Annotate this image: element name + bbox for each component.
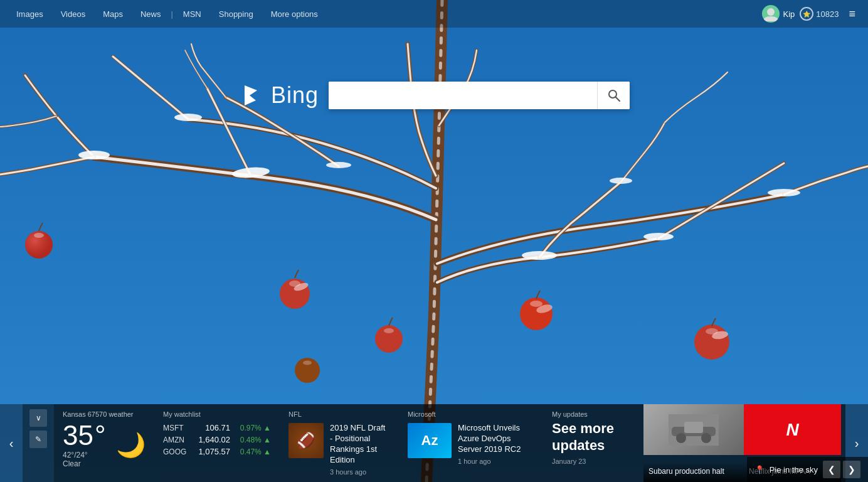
points-value: 10823 bbox=[816, 9, 839, 19]
weather-inner: 35° 42°/24° Clear 🌙 bbox=[63, 422, 146, 468]
watchlist-title: My watchlist bbox=[163, 410, 271, 418]
stock-price-0: 106.71 bbox=[189, 423, 230, 432]
nav-link-msn[interactable]: MSN bbox=[174, 0, 210, 28]
watchlist-row-1: AMZN 1,640.02 0.48% bbox=[163, 435, 271, 444]
watchlist-row-2: GOOG 1,075.57 0.47% bbox=[163, 447, 271, 456]
subaru-title: Subaru production halt bbox=[648, 467, 739, 477]
avatar bbox=[762, 5, 780, 23]
updates-title: My updates bbox=[552, 410, 635, 418]
subaru-overlay: Subaru production halt bbox=[643, 462, 744, 482]
weather-temperature: 35° bbox=[63, 422, 106, 449]
nav-links: Images Videos Maps News | MSN Shopping M… bbox=[8, 0, 762, 28]
microsoft-category: Microsoft bbox=[408, 410, 534, 418]
nav-points[interactable]: ⭐ 10823 bbox=[800, 7, 839, 21]
location-next-button[interactable]: ❯ bbox=[843, 461, 860, 478]
microsoft-card[interactable]: Microsoft Az Microsoft Unveils Azure Dev… bbox=[399, 404, 543, 482]
edit-button[interactable]: ✎ bbox=[29, 431, 47, 448]
widget-controls-card: ∨ ✎ bbox=[23, 404, 54, 482]
weather-location: Kansas 67570 weather bbox=[63, 410, 146, 418]
nav-user[interactable]: Kip bbox=[762, 5, 795, 23]
nav-right: Kip ⭐ 10823 ≡ bbox=[762, 5, 860, 23]
subaru-news-card[interactable]: Subaru production halt bbox=[643, 404, 744, 482]
svg-point-6 bbox=[768, 189, 800, 196]
search-box-container bbox=[329, 82, 630, 109]
search-icon bbox=[608, 89, 620, 102]
search-area: Bing bbox=[238, 75, 630, 115]
nfl-content: 🏈 2019 NFL Draft - Positional Rankings 1… bbox=[288, 423, 390, 476]
menu-icon[interactable]: ≡ bbox=[844, 5, 860, 23]
svg-line-27 bbox=[616, 97, 620, 101]
ms-content: Az Microsoft Unveils Azure DevOps Server… bbox=[408, 423, 534, 476]
nfl-card[interactable]: NFL 🏈 2019 NFL Draft - Positional Rankin… bbox=[280, 404, 399, 482]
points-icon: ⭐ bbox=[800, 7, 813, 21]
user-name: Kip bbox=[783, 9, 795, 19]
subaru-thumbnail bbox=[643, 404, 744, 454]
nav-link-images[interactable]: Images bbox=[8, 0, 52, 28]
prev-arrow[interactable]: ‹ bbox=[0, 404, 23, 482]
stock-price-2: 1,075.57 bbox=[189, 447, 230, 456]
location-icon: 📍 bbox=[754, 465, 765, 474]
svg-point-8 bbox=[610, 178, 632, 184]
stock-symbol-1: AMZN bbox=[163, 436, 189, 444]
ms-time: 1 hour ago bbox=[458, 458, 534, 465]
nfl-headline: 2019 NFL Draft - Positional Rankings 1st… bbox=[330, 423, 390, 466]
search-button[interactable] bbox=[597, 82, 630, 109]
updates-headline: See more updates bbox=[552, 420, 635, 454]
weather-card[interactable]: Kansas 67570 weather 35° 42°/24° Clear 🌙 bbox=[54, 404, 154, 482]
nav-link-more[interactable]: More options bbox=[262, 0, 327, 28]
stock-symbol-2: GOOG bbox=[163, 447, 189, 456]
svg-point-11 bbox=[34, 233, 44, 238]
svg-point-2 bbox=[174, 114, 202, 121]
bottom-panel: ‹ ∨ ✎ Kansas 67570 weather 35° 42°/24° C… bbox=[0, 404, 868, 482]
microsoft-thumbnail: Az bbox=[408, 423, 452, 458]
stock-change-2: 0.47% bbox=[230, 447, 271, 456]
stock-price-1: 1,640.02 bbox=[189, 435, 230, 444]
stock-symbol-0: MSFT bbox=[163, 424, 189, 432]
svg-point-30 bbox=[676, 433, 686, 443]
svg-point-5 bbox=[643, 233, 674, 240]
svg-point-16 bbox=[384, 328, 394, 333]
updates-date: January 23 bbox=[552, 458, 635, 465]
svg-point-24 bbox=[303, 361, 312, 365]
svg-point-7 bbox=[326, 162, 351, 168]
svg-point-31 bbox=[701, 433, 711, 443]
stock-change-1: 0.48% bbox=[230, 436, 271, 444]
ms-headline: Microsoft Unveils Azure DevOps Server 20… bbox=[458, 423, 534, 455]
svg-point-3 bbox=[78, 151, 110, 159]
svg-point-4 bbox=[522, 251, 557, 260]
nfl-text: 2019 NFL Draft - Positional Rankings 1st… bbox=[330, 423, 390, 476]
nfl-category: NFL bbox=[288, 410, 390, 418]
nfl-thumbnail: 🏈 bbox=[288, 423, 324, 458]
location-bar: 📍 Pie in the sky ❮ ❯ bbox=[747, 457, 868, 482]
svg-point-18 bbox=[530, 301, 542, 307]
svg-point-26 bbox=[609, 90, 617, 98]
location-text: Pie in the sky bbox=[770, 465, 818, 474]
netflix-thumbnail: N bbox=[744, 404, 841, 454]
weather-icon-moon: 🌙 bbox=[116, 431, 146, 459]
bing-b-letter bbox=[238, 75, 268, 115]
nav-separator: | bbox=[169, 9, 174, 19]
top-navigation: Images Videos Maps News | MSN Shopping M… bbox=[0, 0, 868, 28]
svg-rect-32 bbox=[684, 422, 703, 433]
location-prev-button[interactable]: ❮ bbox=[823, 461, 840, 478]
location-nav: ❮ ❯ bbox=[823, 461, 860, 478]
svg-point-25 bbox=[767, 8, 775, 16]
nav-link-news[interactable]: News bbox=[132, 0, 170, 28]
stock-change-0: 0.97% bbox=[230, 424, 271, 432]
watchlist-row-0: MSFT 106.71 0.97% bbox=[163, 423, 271, 432]
nfl-time: 3 hours ago bbox=[330, 468, 390, 476]
watchlist-card[interactable]: My watchlist MSFT 106.71 0.97% AMZN 1,64… bbox=[154, 404, 280, 482]
collapse-button[interactable]: ∨ bbox=[29, 409, 47, 427]
bing-logo: Bing bbox=[238, 75, 319, 115]
nav-link-videos[interactable]: Videos bbox=[52, 0, 95, 28]
nav-link-maps[interactable]: Maps bbox=[94, 0, 132, 28]
weather-condition: Clear bbox=[63, 459, 106, 468]
my-updates-card[interactable]: My updates See more updates January 23 bbox=[543, 404, 643, 482]
search-input[interactable] bbox=[329, 82, 597, 109]
bing-text: Bing bbox=[271, 82, 319, 109]
weather-range: 42°/24° bbox=[63, 451, 106, 459]
nav-link-shopping[interactable]: Shopping bbox=[210, 0, 262, 28]
ms-text: Microsoft Unveils Azure DevOps Server 20… bbox=[458, 423, 534, 476]
cards-container: ∨ ✎ Kansas 67570 weather 35° 42°/24° Cle… bbox=[23, 404, 845, 482]
